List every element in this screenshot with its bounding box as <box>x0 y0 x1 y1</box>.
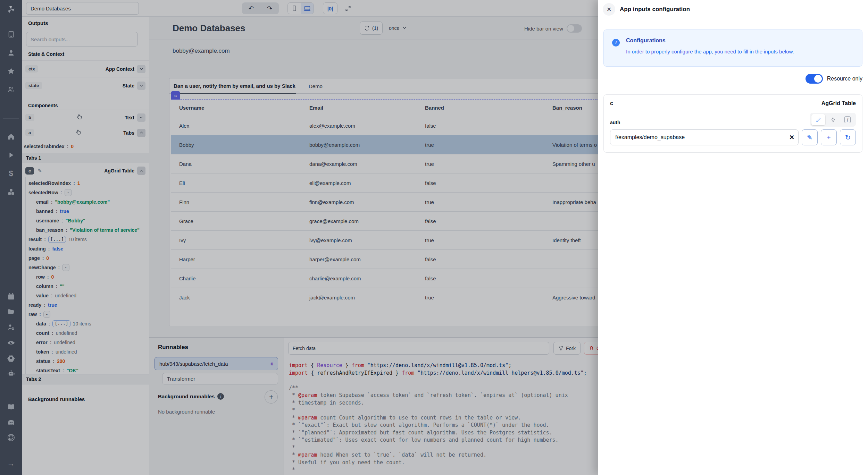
column-header[interactable]: Banned <box>417 105 544 111</box>
table-cell: charlie@example.com <box>301 275 417 281</box>
column-header[interactable]: Email <box>301 105 417 111</box>
dollar-icon[interactable]: $ <box>0 168 22 179</box>
tree-row: ban_reason:"Violation of terms of servic… <box>26 225 149 235</box>
runnable-item-transformer[interactable]: Transformer <box>162 373 278 384</box>
runnable-name-input[interactable] <box>288 342 549 355</box>
column-header[interactable]: Ban_reason <box>544 105 598 111</box>
grid-selection-badge[interactable]: c <box>171 91 180 100</box>
clear-button[interactable]: Clear <box>584 342 598 355</box>
table-row[interactable]: Charliecharlie@example.comfalse <box>171 269 598 288</box>
tree-row: token:undefined <box>26 347 149 356</box>
chevron-up-icon[interactable] <box>137 129 145 137</box>
rail-divider <box>3 118 19 119</box>
eval-mode-function-icon[interactable]: f <box>841 114 854 125</box>
tab-ban-user[interactable]: Ban a user, notify them by email, and us… <box>173 83 296 94</box>
chevron-down-icon[interactable] <box>137 113 145 122</box>
table-row[interactable]: Danadana@example.comtrueSpamming other u <box>171 154 598 173</box>
table-cell: Jack <box>171 295 301 300</box>
close-icon[interactable]: ✕ <box>603 3 615 16</box>
collapse-object-button[interactable]: - <box>43 311 50 318</box>
calendar-icon[interactable] <box>0 291 22 303</box>
table-row[interactable]: Finnfinn@example.comtrueInappropriate be… <box>171 193 598 212</box>
book-icon[interactable] <box>0 401 22 413</box>
windmill-logo-icon[interactable] <box>0 3 22 15</box>
tree-value: 1 <box>77 180 80 186</box>
table-row[interactable]: Harperharper@example.comfalse <box>171 250 598 269</box>
table-cell: Violation of terms o <box>544 142 598 148</box>
discord-icon[interactable] <box>0 417 22 429</box>
table-row[interactable]: Jackjack@example.comtrueAggressive towar… <box>171 288 598 307</box>
users-group-icon[interactable] <box>0 84 22 95</box>
eye-icon[interactable] <box>0 337 22 349</box>
robot-icon[interactable] <box>0 367 22 379</box>
table-cell: false <box>417 123 544 129</box>
mobile-view-icon[interactable] <box>288 3 301 14</box>
table-row[interactable]: Elieli@example.comfalse <box>171 173 598 193</box>
gear-icon[interactable] <box>0 352 22 364</box>
chevron-up-icon[interactable] <box>137 167 145 175</box>
table-row[interactable]: Gracegrace@example.comfalse <box>171 212 598 231</box>
table-cell: Aggressive toward <box>544 295 598 300</box>
table-cell: Ivy <box>171 237 301 243</box>
search-outputs-input[interactable] <box>26 32 138 46</box>
app-name-input[interactable] <box>26 2 139 15</box>
app-title: Demo Databases <box>173 23 245 34</box>
tabs2-section-header[interactable]: Tabs 2 <box>22 374 149 384</box>
user-icon[interactable] <box>0 47 22 59</box>
output-row-ctx[interactable]: ctx App Context <box>22 60 149 77</box>
resource-path-input[interactable] <box>610 129 799 145</box>
runnable-item-fetch-data[interactable]: hub/943/supabase/fetch_data c <box>155 357 278 370</box>
edit-resource-button[interactable]: ✎ <box>802 129 818 145</box>
tab-demo[interactable]: Demo <box>308 83 323 93</box>
collapse-object-button[interactable]: - <box>62 264 69 271</box>
code-content[interactable]: import { Resource } from "https://deno.l… <box>284 358 598 475</box>
desktop-view-icon[interactable] <box>301 3 314 14</box>
table-cell: grace@example.com <box>301 218 417 224</box>
table-row[interactable]: Ivyivy@example.comtrueIdentity theft <box>171 231 598 250</box>
github-icon[interactable] <box>0 432 22 443</box>
static-mode-pencil-icon[interactable] <box>811 114 825 125</box>
refresh-runnables-button[interactable]: (1) <box>360 22 383 35</box>
building-icon[interactable] <box>0 28 22 40</box>
output-row-state[interactable]: state State <box>22 77 149 94</box>
cubes-icon[interactable] <box>0 186 22 198</box>
tree-row: selectedRowIndex:1 <box>26 178 149 188</box>
expand-array-button[interactable]: [...] <box>52 320 70 327</box>
grid-spacing-button[interactable]: |0| <box>323 2 337 14</box>
star-icon[interactable] <box>0 65 22 77</box>
arrow-right-icon[interactable]: → <box>0 458 22 469</box>
redo-icon[interactable]: ↷ <box>260 2 279 14</box>
component-row-a[interactable]: a Tabs <box>22 125 149 140</box>
table-row[interactable]: Alexalex@example.comfalse <box>171 116 598 135</box>
hide-bar-toggle[interactable] <box>567 24 582 33</box>
left-icon-rail: $ → <box>0 0 22 475</box>
config-component-id: c <box>610 100 613 107</box>
table-cell: Bobby <box>171 142 301 148</box>
resource-only-toggle[interactable] <box>806 74 823 84</box>
collapse-object-button[interactable]: - <box>65 189 72 196</box>
edit-id-icon[interactable]: ✎ <box>37 168 42 174</box>
table-row[interactable]: Bobbybobby@example.comtrueViolation of t… <box>171 135 598 154</box>
code-line <box>289 377 598 384</box>
add-background-runnable-button[interactable]: + <box>265 390 278 404</box>
chevron-down-icon[interactable] <box>137 65 145 73</box>
reload-resource-button[interactable]: ↻ <box>840 129 856 145</box>
clear-resource-icon[interactable]: ✕ <box>789 134 794 141</box>
component-a-chip: a <box>25 129 34 136</box>
folder-open-icon[interactable] <box>0 306 22 317</box>
workers-icon[interactable] <box>0 321 22 333</box>
column-header[interactable]: Username <box>171 105 301 111</box>
chevron-down-icon[interactable] <box>137 82 145 90</box>
fork-button[interactable]: Fork <box>553 342 581 355</box>
home-icon[interactable] <box>0 131 22 143</box>
connect-mode-plug-icon[interactable] <box>826 114 840 125</box>
expand-icon[interactable] <box>342 2 354 14</box>
tabs1-section-header[interactable]: Tabs 1 <box>22 153 149 163</box>
play-icon[interactable] <box>0 149 22 161</box>
schedule-select[interactable]: once <box>389 22 407 35</box>
expand-array-button[interactable]: [...] <box>48 236 66 243</box>
component-row-b[interactable]: b Text <box>22 110 149 125</box>
grid-component-row[interactable]: c ✎ AgGrid Table <box>22 164 149 178</box>
undo-icon[interactable]: ↶ <box>242 2 260 14</box>
add-resource-button[interactable]: + <box>821 129 837 145</box>
